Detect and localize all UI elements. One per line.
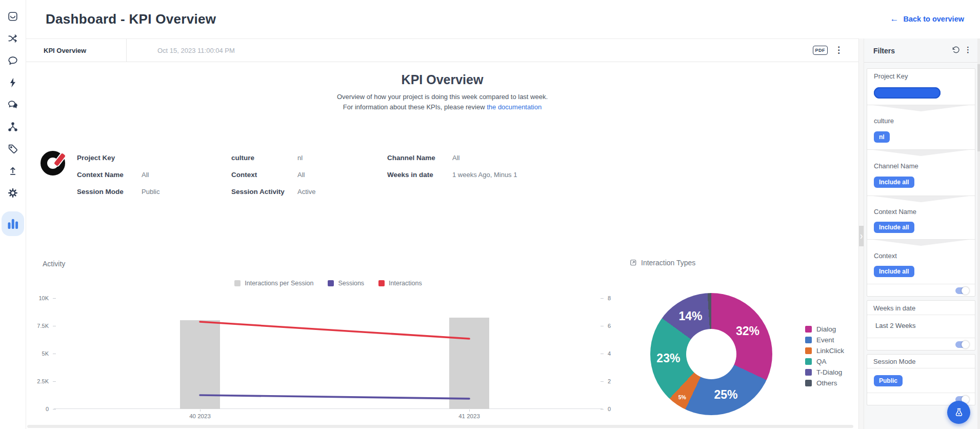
culture-chip[interactable]: nl (874, 131, 890, 143)
slice-label-qa: 23% (656, 351, 680, 365)
open-external-icon (630, 259, 637, 267)
legend-swatch (805, 380, 812, 386)
kpi-overview-title: KPI Overview (26, 72, 858, 87)
legend-label: Interactions (389, 280, 422, 287)
interaction-types-title: Interaction Types (641, 259, 695, 267)
filter-section-context: Context Include all (867, 239, 975, 284)
donut-legend-item-others[interactable]: Others (805, 379, 844, 386)
chat-icon[interactable] (7, 55, 18, 66)
line-interactions (200, 322, 469, 339)
expander-triangle (873, 196, 969, 202)
donut-legend-item-dialog[interactable]: Dialog (805, 325, 844, 333)
tag-icon[interactable] (7, 143, 18, 154)
logo-slash (52, 151, 67, 168)
legend-swatch (234, 280, 241, 286)
slice-label-t-dialog: 14% (679, 309, 703, 323)
project-logo (41, 151, 65, 176)
filter-section-culture: culture nl (867, 105, 975, 149)
project-info-col1: Project Key Context NameAll Session Mode… (77, 154, 159, 205)
sidebar-nav (0, 0, 26, 429)
filters-menu-dots[interactable]: ⋮ (964, 45, 972, 54)
expander-triangle (873, 105, 969, 111)
y-axis-left-tick: 2.5K (26, 378, 49, 384)
documentation-link[interactable]: the documentation (487, 103, 542, 111)
info-field: Weeks in date1 weeks Ago, Minus 1 (387, 171, 517, 182)
interaction-types-donut: 32%25%5%23%14% (650, 293, 772, 415)
context-chip[interactable]: Include all (874, 266, 914, 277)
legend-item-sessions[interactable]: Sessions (328, 280, 364, 287)
toolbar-menu-dots[interactable]: ⋮ (834, 45, 843, 55)
project-info-col3: Channel NameAll Weeks in date1 weeks Ago… (387, 154, 517, 188)
project-key-redacted-value[interactable] (874, 87, 941, 99)
network-icon[interactable] (7, 121, 18, 132)
legend-label: LinkClick (816, 347, 844, 355)
filter-section-project-key: Project Key (867, 69, 975, 105)
upload-icon[interactable] (7, 165, 18, 177)
donut-legend-item-qa[interactable]: QA (805, 358, 844, 365)
filters-weeks-box: Weeks in date Last 2 Weeks (867, 300, 975, 350)
info-field: Channel NameAll (387, 154, 517, 165)
sidebar-item-dashboards-active[interactable] (2, 211, 24, 236)
panel-splitter: ❯ (858, 38, 864, 429)
weeks-toggle-row (867, 338, 975, 351)
horizontal-scrollbar[interactable] (27, 425, 853, 428)
dashboard-content: KPI Overview Overview of how your projec… (26, 62, 858, 429)
inbox-icon[interactable] (7, 11, 18, 22)
session-mode-header: Session Mode (867, 355, 975, 368)
donut-hole (686, 329, 736, 379)
collapse-panel-handle[interactable]: ❯ (859, 226, 864, 246)
legend-item-interactions-per-session[interactable]: Interactions per Session (234, 280, 313, 287)
slice-label-linkclick: 5% (678, 394, 686, 400)
page-header: Dashboard - KPI Overview ← Back to overv… (26, 0, 980, 38)
tick-mark (53, 409, 56, 410)
legend-swatch (805, 347, 812, 354)
toolbar-divider (126, 39, 127, 62)
activity-chart-title: Activity (43, 260, 65, 268)
flask-icon (954, 407, 964, 418)
legend-label: Sessions (338, 280, 364, 287)
expander-triangle (873, 150, 969, 156)
donut-legend-item-linkclick[interactable]: LinkClick (805, 347, 844, 354)
filters-scrollbar-thumb[interactable] (977, 64, 980, 151)
x-axis-label: 41 2023 (458, 413, 480, 419)
weeks-in-date-header: Weeks in date (867, 301, 975, 315)
gear-icon[interactable] (7, 187, 18, 199)
legend-swatch (805, 369, 812, 376)
weeks-in-date-value-row[interactable]: Last 2 Weeks (867, 315, 975, 338)
tick-mark (469, 410, 470, 412)
session-mode-chip[interactable]: Public (874, 375, 903, 386)
legend-swatch (805, 326, 812, 333)
reset-filters-icon[interactable] (951, 46, 961, 55)
tick-mark (601, 409, 604, 410)
shuffle-icon[interactable] (7, 33, 18, 44)
info-field: Session ModePublic (77, 188, 159, 199)
legend-item-interactions[interactable]: Interactions (378, 280, 422, 287)
weeks-toggle[interactable] (955, 341, 969, 348)
back-link-label: Back to overview (904, 15, 964, 23)
expander-triangle (873, 240, 969, 246)
y-axis-right-tick: 0 (608, 406, 623, 412)
legend-swatch (378, 280, 385, 286)
chats-icon[interactable] (7, 99, 18, 110)
filter-section-channel-name: Channel Name Include all (867, 149, 975, 196)
y-axis-left-tick: 0 (26, 406, 49, 412)
dashboard-toolbar: KPI Overview Oct 15, 2023 11:00:04 PM PD… (26, 38, 858, 62)
channel-name-chip[interactable]: Include all (874, 177, 914, 188)
filters-panel: Filters ⋮ Project Key culture nl Channel… (864, 38, 980, 429)
activity-legend: Interactions per SessionSessionsInteract… (54, 280, 603, 287)
donut-legend-item-event[interactable]: Event (805, 336, 844, 343)
context-toggle[interactable] (955, 287, 969, 294)
y-axis-right-tick: 8 (608, 295, 623, 301)
lightning-icon[interactable] (7, 77, 18, 88)
info-field: ContextAll (231, 171, 315, 182)
context-name-chip[interactable]: Include all (874, 222, 914, 233)
back-to-overview-link[interactable]: ← Back to overview (890, 14, 964, 23)
experiment-flask-button[interactable] (947, 401, 970, 424)
filter-section-context-name: Context Name Include all (867, 196, 975, 239)
export-pdf-button[interactable]: PDF (813, 46, 828, 55)
filters-scrollbar[interactable] (977, 38, 980, 429)
donut-legend-item-t-dialog[interactable]: T-Dialog (805, 368, 844, 376)
filters-title: Filters (873, 47, 895, 55)
tab-kpi-overview[interactable]: KPI Overview (44, 47, 86, 54)
legend-label: Others (816, 379, 837, 387)
